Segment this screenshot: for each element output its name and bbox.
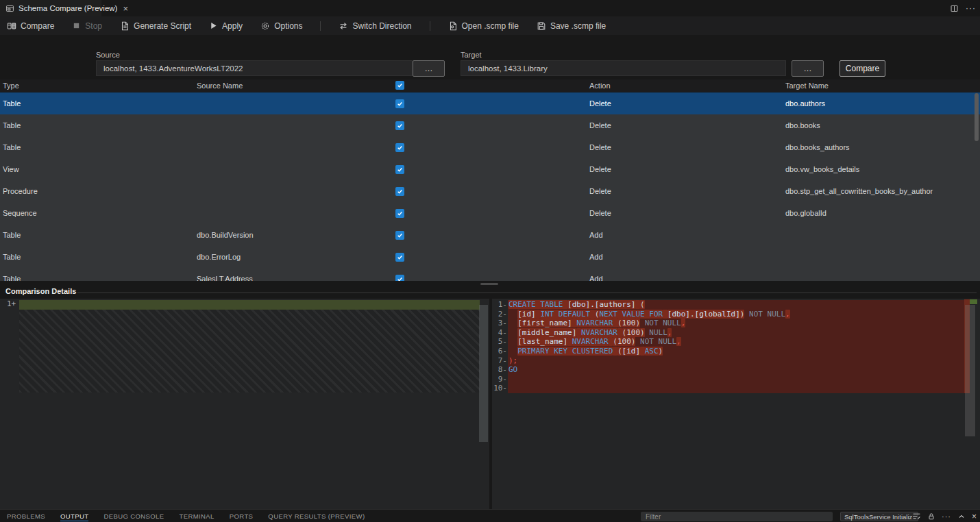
sql-code-line: [id] INT DEFAULT (NEXT VALUE FOR [dbo].[… <box>508 310 965 319</box>
panel-splitter[interactable] <box>0 281 980 286</box>
diff-inserted-line <box>19 300 480 310</box>
toolbar-button-generate-script[interactable]: Generate Script <box>120 21 191 31</box>
panel-tabs: PROBLEMSOUTPUTDEBUG CONSOLETERMINALPORTS… <box>0 511 365 521</box>
include-checkbox[interactable] <box>395 275 404 281</box>
panel-tab-output[interactable]: OUTPUT <box>60 511 88 521</box>
editor-more-actions-icon[interactable]: ··· <box>966 3 976 13</box>
target-input[interactable] <box>461 60 786 76</box>
row-action: Add <box>589 268 603 281</box>
column-header-source-name[interactable]: Source Name <box>197 79 243 92</box>
panel-tab-ports[interactable]: PORTS <box>230 511 254 521</box>
schema-compare-icon <box>5 4 14 13</box>
include-checkbox[interactable] <box>395 121 404 130</box>
save-icon <box>537 21 546 31</box>
source-browse-button[interactable]: … <box>413 60 445 77</box>
toolbar-button-label: Options <box>274 21 302 31</box>
row-type: Table <box>3 246 21 268</box>
tab-title: Schema Compare (Preview) <box>19 4 117 12</box>
column-header-target-name[interactable]: Target Name <box>785 79 829 92</box>
output-filter-input[interactable] <box>641 512 833 521</box>
panel-tab-query-results-preview-[interactable]: QUERY RESULTS (PREVIEW) <box>268 511 365 521</box>
table-row[interactable]: ViewDeletedbo.vw_books_details <box>0 158 980 180</box>
toolbar-button-label: Switch Direction <box>352 21 411 31</box>
include-checkbox[interactable] <box>395 253 404 262</box>
table-row[interactable]: Tabledbo.ErrorLogAdd <box>0 246 980 268</box>
diff-target-pane[interactable]: 1-2-3-4-5-6-7-8-9-10- CREATE TABLE [dbo]… <box>492 299 980 509</box>
include-checkbox[interactable] <box>395 99 404 108</box>
diff-line-number: 10- <box>492 384 507 393</box>
toolbar-button-apply[interactable]: Apply <box>209 21 243 31</box>
open-icon <box>448 21 458 31</box>
diff-right-scrollbar-thumb[interactable] <box>965 305 975 436</box>
diff-left-scrollbar-thumb[interactable] <box>479 305 488 442</box>
table-row[interactable]: SequenceDeletedbo.globalId <box>0 202 980 224</box>
grid-header-row: Type Source Name Action Target Name <box>0 79 980 92</box>
row-source-name: dbo.BuildVersion <box>197 224 254 246</box>
row-action: Delete <box>589 202 611 224</box>
table-row[interactable]: TableSalesLT.AddressAdd <box>0 268 980 281</box>
stop-icon <box>72 21 81 30</box>
toolbar-button-label: Stop <box>85 21 102 31</box>
script-icon <box>120 21 130 31</box>
toolbar-separator <box>320 21 321 31</box>
row-type: Table <box>3 136 21 158</box>
include-checkbox[interactable] <box>395 165 404 174</box>
source-input[interactable] <box>96 60 413 76</box>
table-row[interactable]: ProcedureDeletedbo.stp_get_all_cowritten… <box>0 180 980 202</box>
tab-schema-compare[interactable]: Schema Compare (Preview) × <box>0 0 101 16</box>
toolbar-button-compare[interactable]: Compare <box>7 21 54 31</box>
row-action: Add <box>589 246 603 268</box>
table-row[interactable]: TableDeletedbo.authors <box>0 92 980 114</box>
target-browse-button[interactable]: … <box>792 60 824 77</box>
switch-icon <box>339 21 348 31</box>
sql-code-line: PRIMARY KEY CLUSTERED ([id] ASC) <box>508 347 965 356</box>
panel-tab-terminal[interactable]: TERMINAL <box>180 511 215 521</box>
details-divider-line <box>77 293 977 293</box>
row-target-name: dbo.vw_books_details <box>785 158 859 180</box>
panel-close-icon[interactable]: × <box>972 512 977 521</box>
toolbar-button-save-scmp-file[interactable]: Save .scmp file <box>537 21 606 31</box>
clear-output-icon[interactable] <box>912 512 921 521</box>
tab-close-icon[interactable]: × <box>123 4 128 13</box>
split-editor-icon[interactable] <box>950 4 959 13</box>
include-checkbox[interactable] <box>395 231 404 240</box>
row-target-name: dbo.globalId <box>785 202 826 224</box>
diff-line-number: 3- <box>492 319 507 328</box>
toolbar-button-stop: Stop <box>72 21 102 31</box>
include-checkbox[interactable] <box>395 143 404 152</box>
sql-code-line: GO <box>508 365 965 375</box>
row-action: Delete <box>589 114 611 136</box>
row-target-name: dbo.stp_get_all_cowritten_books_by_autho… <box>785 180 933 202</box>
panel-tab-problems[interactable]: PROBLEMS <box>7 511 45 521</box>
include-checkbox[interactable] <box>395 209 404 218</box>
toolbar-button-options[interactable]: Options <box>260 21 302 31</box>
include-checkbox[interactable] <box>395 187 404 196</box>
apply-icon <box>209 21 218 30</box>
sql-code-line: [first_name] NVARCHAR (100) NOT NULL, <box>508 319 965 328</box>
lock-icon[interactable] <box>927 512 935 521</box>
column-header-type[interactable]: Type <box>3 79 19 92</box>
toolbar-button-switch-direction[interactable]: Switch Direction <box>339 21 411 31</box>
chevron-up-icon[interactable] <box>957 512 966 521</box>
row-type: Table <box>3 92 21 114</box>
toolbar-button-label: Apply <box>222 21 243 31</box>
output-channel-dropdown[interactable]: SqlToolsService Initializ <box>840 512 918 521</box>
panel-tab-debug-console[interactable]: DEBUG CONSOLE <box>103 511 164 521</box>
column-header-action[interactable]: Action <box>589 79 611 92</box>
compare-button[interactable]: Compare <box>840 60 885 77</box>
overview-ruler-added-marker <box>970 299 977 304</box>
row-type: Table <box>3 268 21 281</box>
panel-more-actions-icon[interactable]: ··· <box>942 512 951 521</box>
table-row[interactable]: TableDeletedbo.books <box>0 114 980 136</box>
row-target-name: dbo.authors <box>785 92 825 114</box>
grid-scrollbar-thumb[interactable] <box>975 93 979 141</box>
splitter-grip[interactable] <box>480 283 498 285</box>
row-type: Sequence <box>3 202 37 224</box>
table-row[interactable]: TableDeletedbo.books_authors <box>0 136 980 158</box>
toolbar-button-open-scmp-file[interactable]: Open .scmp file <box>448 21 519 31</box>
select-all-checkbox[interactable] <box>395 81 404 90</box>
table-row[interactable]: Tabledbo.BuildVersionAdd <box>0 224 980 246</box>
toolbar-separator <box>430 21 430 31</box>
diff-source-pane[interactable]: 1+ <box>0 299 489 509</box>
schema-compare-results-grid: Type Source Name Action Target Name Tabl… <box>0 79 980 281</box>
